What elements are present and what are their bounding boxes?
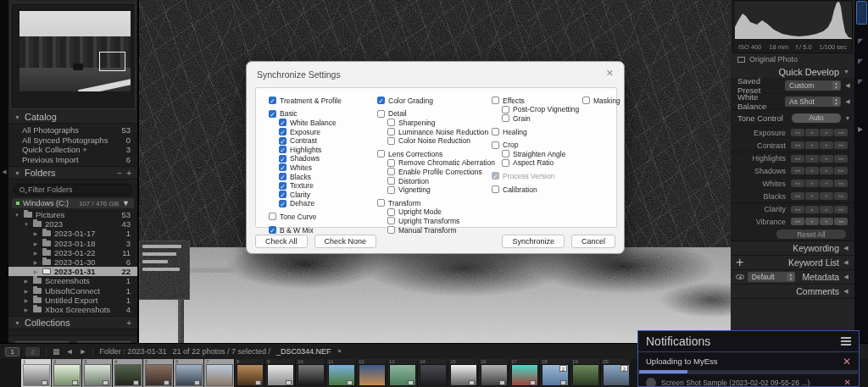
close-icon[interactable]: ✕ xyxy=(606,68,614,79)
folder-row[interactable]: ▶Screenshots1 xyxy=(8,276,137,285)
catalog-header[interactable]: ▼ Catalog xyxy=(8,111,137,123)
tone-step-button[interactable]: « xyxy=(805,180,819,187)
catalog-item[interactable]: All Synced Photographs0 xyxy=(8,135,137,146)
checkbox[interactable] xyxy=(582,97,590,104)
tone-step-button[interactable]: « xyxy=(805,206,819,213)
tone-step-button[interactable]: »» xyxy=(834,218,848,225)
checkbox[interactable]: ✓ xyxy=(279,137,287,145)
checkbox[interactable] xyxy=(502,114,509,122)
tone-step-button[interactable]: » xyxy=(820,180,833,187)
folder-row[interactable]: ▶Xbox Screenshots4 xyxy=(8,305,137,314)
checkbox[interactable] xyxy=(387,186,395,194)
thumbnail-badge-icon[interactable] xyxy=(103,380,108,385)
checkbox[interactable]: ✓ xyxy=(279,155,287,163)
filmstrip-thumbnail[interactable]: 13 xyxy=(387,359,418,387)
filmstrip-thumbnail[interactable]: 14 xyxy=(418,359,448,387)
checkbox[interactable] xyxy=(387,128,395,135)
tone-step-button[interactable]: » xyxy=(820,129,833,136)
thumbnail-badge-icon[interactable] xyxy=(469,380,475,385)
volume-row-windows-c[interactable]: Windows (C:) 107 / 476 GB ▼ xyxy=(12,198,134,208)
filmstrip-thumbnail[interactable]: 7 xyxy=(204,359,235,387)
thumbnail-badge-icon[interactable] xyxy=(255,380,261,385)
filmstrip-thumbnail[interactable]: 202 xyxy=(601,359,632,387)
second-window-button[interactable]: 2 xyxy=(25,347,40,357)
thumbnail-badge-icon[interactable] xyxy=(194,380,200,385)
checkbox[interactable]: ✓ xyxy=(279,200,287,207)
checkbox[interactable] xyxy=(387,226,395,234)
cancel-button[interactable]: Cancel xyxy=(571,235,615,248)
section-header-comments[interactable]: Comments◀ xyxy=(731,285,854,299)
panel-expand-arrow[interactable]: ▶ xyxy=(858,125,863,133)
checkbox[interactable]: ✓ xyxy=(269,97,276,104)
checkbox[interactable] xyxy=(502,106,509,113)
tone-step-button[interactable]: «« xyxy=(791,192,804,200)
dropdown-saved-preset[interactable]: Custom▴▾ xyxy=(785,80,841,91)
tone-step-button[interactable]: » xyxy=(820,167,833,174)
collection-count-badge[interactable]: 2 xyxy=(620,365,628,372)
tone-step-button[interactable]: » xyxy=(820,218,833,225)
checkbox[interactable] xyxy=(502,159,509,167)
checkbox[interactable] xyxy=(377,150,385,158)
grid-view-icon[interactable]: ▦ xyxy=(53,347,60,356)
checkbox[interactable] xyxy=(269,213,276,220)
check-all-button[interactable]: Check All xyxy=(255,235,308,248)
filmstrip-thumbnail[interactable]: 16 xyxy=(479,359,509,387)
overlapping-window-button[interactable] xyxy=(856,1,867,25)
filter-folders-input[interactable]: Filter Folders xyxy=(14,184,132,196)
checkbox[interactable] xyxy=(492,141,499,149)
folder-row[interactable]: ▶2023-01-2211 xyxy=(8,248,137,257)
checkbox[interactable]: ✓ xyxy=(377,97,385,104)
checkbox[interactable] xyxy=(387,137,395,145)
tone-step-button[interactable]: »» xyxy=(834,192,848,200)
tone-step-button[interactable]: « xyxy=(805,129,819,136)
reset-all-button[interactable]: Reset All xyxy=(776,229,846,239)
filmstrip-thumbnail[interactable]: 4 xyxy=(113,359,143,387)
checkbox[interactable] xyxy=(502,150,509,158)
folder-expander[interactable]: ▶ xyxy=(23,288,30,294)
tone-step-button[interactable]: « xyxy=(805,155,819,163)
thumbnail-badge-icon[interactable] xyxy=(72,380,78,385)
filmstrip-thumbnail[interactable]: 9 xyxy=(265,359,296,387)
checkbox[interactable] xyxy=(377,199,385,207)
panel-side-toggle[interactable]: ◀ xyxy=(843,259,849,266)
panel-side-toggle[interactable]: ◀ xyxy=(843,245,849,252)
filmstrip-thumbnail[interactable]: 1 xyxy=(21,359,52,387)
tone-step-button[interactable]: » xyxy=(820,206,833,213)
checkbox[interactable] xyxy=(387,159,395,167)
main-window-button[interactable]: 1 xyxy=(5,347,19,357)
tone-step-button[interactable]: » xyxy=(820,141,833,149)
folder-expander[interactable]: ▶ xyxy=(23,278,30,284)
checkbox[interactable]: ✓ xyxy=(279,163,287,171)
tone-step-button[interactable]: » xyxy=(820,155,833,163)
thumbnail-badge-icon[interactable] xyxy=(560,380,566,385)
checkbox[interactable]: ✓ xyxy=(279,119,287,126)
tone-step-button[interactable]: « xyxy=(805,167,819,174)
folder-expander[interactable]: ▶ xyxy=(32,250,39,256)
folder-row[interactable]: ▶2023-01-183 xyxy=(8,239,137,248)
tone-step-button[interactable]: «« xyxy=(791,206,804,213)
thumbnail-badge-icon[interactable] xyxy=(133,380,139,385)
filmstrip-thumbnail[interactable]: 8 xyxy=(235,359,265,387)
checkbox[interactable] xyxy=(492,185,499,193)
checkbox[interactable] xyxy=(387,119,395,126)
checkbox[interactable]: ✓ xyxy=(279,173,287,180)
tone-step-button[interactable]: «« xyxy=(791,129,804,136)
panel-side-toggle[interactable]: ◀ xyxy=(843,288,849,295)
synchronize-button[interactable]: Synchronize xyxy=(502,235,565,248)
chevron-down-icon[interactable]: ▼ xyxy=(337,349,342,354)
menu-icon[interactable] xyxy=(841,337,851,346)
section-header-keywording[interactable]: Keywording◀ xyxy=(731,241,854,256)
tone-step-button[interactable]: »» xyxy=(834,141,848,149)
folder-row[interactable]: ▶Untitled Export1 xyxy=(8,296,137,305)
tone-step-button[interactable]: «« xyxy=(791,155,804,163)
checkbox[interactable]: ✓ xyxy=(269,110,276,118)
filmstrip-thumbnail[interactable]: 17 xyxy=(509,359,540,387)
checkbox[interactable] xyxy=(387,208,395,216)
folder-expander[interactable]: ▼ xyxy=(23,222,30,227)
folder-expander[interactable]: ▶ xyxy=(32,268,39,274)
filmstrip-thumbnail[interactable]: 19 xyxy=(570,359,601,387)
thumbnail-badge-icon[interactable] xyxy=(164,380,170,385)
filmstrip-thumbnail[interactable]: 3 xyxy=(82,359,113,387)
tone-step-button[interactable]: « xyxy=(805,192,819,200)
tone-step-button[interactable]: «« xyxy=(791,218,804,225)
